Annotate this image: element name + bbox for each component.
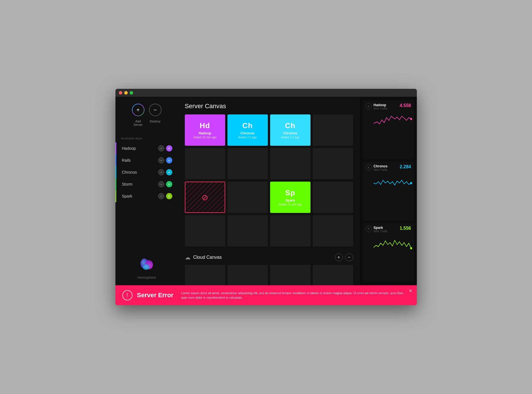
cell-empty-5[interactable] — [313, 148, 353, 179]
spark-cell-time: Added 21 min ago — [279, 203, 302, 206]
close-dot[interactable] — [119, 91, 122, 95]
right-panel: ≡ Hadoop Web Traffic 4.558 — [360, 97, 417, 285]
metric-chronos-name: Chronos — [374, 164, 388, 168]
cell-hadoop[interactable]: Hd Hadoop Added 32 min ago — [185, 114, 225, 146]
cell-empty-6[interactable] — [227, 182, 268, 213]
cell-empty-9[interactable] — [227, 215, 268, 247]
metric-chronos-icon[interactable]: ≡ — [366, 164, 372, 171]
cloud-cell-1[interactable] — [185, 265, 225, 285]
metric-chronos-sub: Web Traffic — [374, 168, 388, 171]
svg-point-3 — [410, 118, 412, 120]
hadoop-plus[interactable]: + — [166, 145, 172, 151]
metric-hadoop-name: Hadoop — [374, 103, 388, 107]
storm-plus[interactable]: + — [166, 181, 172, 187]
chronos2-cell-name: Chronos — [283, 131, 297, 135]
cloud-add-button[interactable]: + — [335, 253, 343, 261]
metric-hadoop-icon[interactable]: ≡ — [366, 103, 372, 109]
metric-spark: ≡ Spark Web Traffic 1.556 — [363, 223, 414, 282]
rails-minus[interactable]: − — [158, 157, 164, 163]
mesosphere-logo — [138, 256, 155, 273]
metric-spark-name: Spark — [374, 226, 388, 230]
hadoop-abbr: Hd — [200, 121, 210, 130]
destroy-button[interactable]: − — [149, 104, 162, 116]
metric-spark-info: Spark Web Traffic — [374, 226, 388, 233]
cloud-remove-button[interactable]: − — [345, 253, 353, 261]
chronos2-abbr: Ch — [285, 121, 295, 130]
minus-icon: − — [154, 107, 157, 113]
sidebar-item-spark[interactable]: Spark − + — [115, 190, 178, 202]
spark-minus[interactable]: − — [158, 193, 164, 199]
cell-empty-3[interactable] — [227, 148, 268, 179]
sidebar-actions: + − — [132, 104, 162, 116]
sidebar: + − Add Server Destroy Available Apps Ha… — [115, 97, 178, 285]
app-body: + − Add Server Destroy Available Apps Ha… — [115, 97, 417, 285]
error-bar: ! Server Error Lorem ipsum dolor sit ame… — [115, 285, 417, 305]
spark-controls: − + — [158, 193, 172, 199]
sidebar-top: + − Add Server Destroy — [115, 97, 178, 132]
cell-chronos-1[interactable]: Ch Chronos Added 2 h ago — [227, 114, 268, 146]
cloud-icon: ☁ — [185, 254, 191, 261]
metric-chronos-header: Chronos Web Traffic 2.284 — [374, 164, 411, 171]
cell-empty-1[interactable] — [313, 114, 353, 146]
metric-chronos-info: Chronos Web Traffic — [374, 164, 388, 171]
cell-empty-2[interactable] — [185, 148, 225, 179]
cell-empty-8[interactable] — [185, 215, 225, 247]
add-server-label: Add Server — [132, 120, 144, 126]
cell-empty-10[interactable] — [270, 215, 310, 247]
add-server-button[interactable]: + — [132, 104, 144, 116]
hadoop-controls: − + — [158, 145, 172, 151]
sidebar-action-labels: Add Server Destroy — [132, 120, 162, 126]
storm-minus[interactable]: − — [158, 181, 164, 187]
chronos1-cell-time: Added 2 h ago — [238, 136, 257, 139]
cloud-grid — [185, 265, 353, 285]
metric-spark-value: 1.556 — [399, 226, 411, 231]
hadoop-minus[interactable]: − — [158, 145, 164, 151]
app-window: + − Add Server Destroy Available Apps Ha… — [115, 89, 417, 305]
metric-chronos-value: 2.284 — [399, 164, 411, 169]
destroy-label: Destroy — [149, 120, 162, 126]
cloud-cell-2[interactable] — [227, 265, 268, 285]
sidebar-item-rails[interactable]: Rails − + — [115, 154, 178, 166]
server-canvas-title: Server Canvas — [185, 102, 353, 110]
cloud-canvas-title: Cloud Canvas — [193, 255, 332, 260]
chronos-plus[interactable]: + — [166, 169, 172, 175]
sidebar-item-chronos[interactable]: Chronos − + — [115, 166, 178, 178]
cloud-cell-4[interactable] — [313, 265, 353, 285]
app-name-rails: Rails — [122, 158, 158, 163]
error-text: Lorem ipsum dolor sit amet, consectetur … — [181, 291, 410, 300]
cell-empty-4[interactable] — [270, 148, 310, 179]
expand-dot[interactable] — [130, 91, 133, 95]
metric-hadoop-header: Hadoop Web Traffic 4.558 — [374, 103, 411, 110]
metric-spark-icon[interactable]: ≡ — [366, 226, 372, 232]
cell-empty-7[interactable] — [313, 182, 353, 213]
chronos-minus[interactable]: − — [158, 169, 164, 175]
error-cell-icon: ⊘ — [202, 193, 208, 202]
sidebar-item-storm[interactable]: Storm − + — [115, 178, 178, 190]
error-title: Server Error — [137, 292, 177, 299]
chronos-controls: − + — [158, 169, 172, 175]
titlebar — [115, 89, 417, 97]
cell-chronos-2[interactable]: Ch Chronos Added 2 h ago — [270, 114, 310, 146]
available-apps-label: Available Apps — [115, 132, 178, 142]
sidebar-bottom: mesosphere — [115, 251, 178, 285]
chronos1-abbr: Ch — [242, 121, 253, 130]
rails-plus[interactable]: + — [166, 157, 172, 163]
svg-point-4 — [410, 182, 412, 184]
main-content: Server Canvas Hd Hadoop Added 32 min ago… — [178, 97, 360, 285]
cell-error[interactable]: ⊘ — [185, 182, 225, 213]
cell-spark[interactable]: Sp Spark Added 21 min ago — [270, 182, 310, 213]
metric-hadoop-row: ≡ Hadoop Web Traffic 4.558 — [366, 103, 411, 128]
metric-chronos: ≡ Chronos Web Traffic 2.284 — [363, 161, 414, 220]
error-close-button[interactable]: ✕ — [409, 288, 412, 294]
metric-hadoop: ≡ Hadoop Web Traffic 4.558 — [363, 100, 414, 159]
spark-cell-name: Spark — [285, 198, 295, 202]
metric-spark-sub: Web Traffic — [374, 230, 388, 233]
mesosphere-label: mesosphere — [137, 276, 156, 280]
plus-icon: + — [136, 107, 140, 113]
cloud-cell-3[interactable] — [270, 265, 310, 285]
app-list: Hadoop − + Rails − + Chronos — [115, 142, 178, 251]
minimize-dot[interactable] — [124, 91, 128, 95]
sidebar-item-hadoop[interactable]: Hadoop − + — [115, 142, 178, 154]
cell-empty-11[interactable] — [313, 215, 353, 247]
spark-plus[interactable]: + — [166, 193, 172, 199]
